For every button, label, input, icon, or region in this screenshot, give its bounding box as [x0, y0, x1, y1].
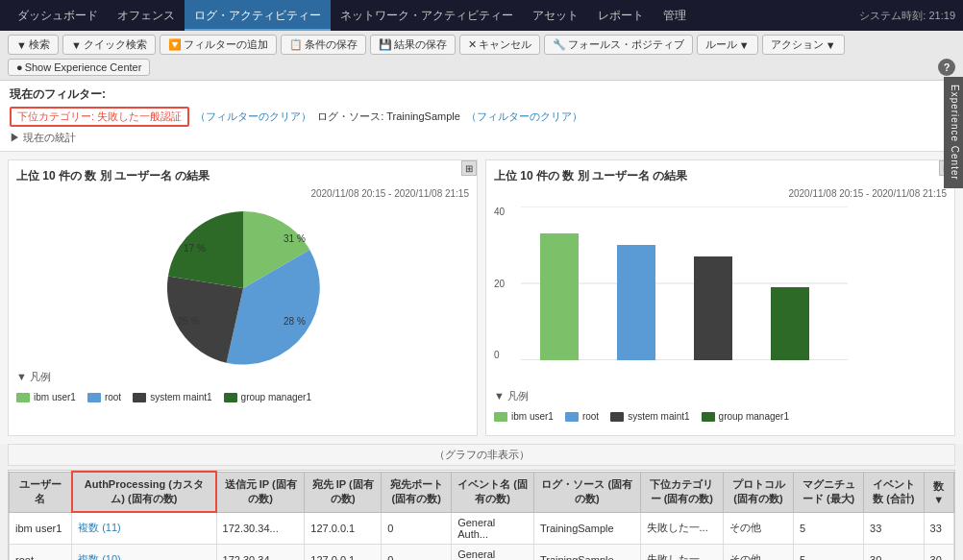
- svg-text:17 %: 17 %: [184, 243, 206, 254]
- nav-reports[interactable]: レポート: [588, 0, 654, 31]
- cell-srcip-2: 172.30.34...: [216, 544, 305, 560]
- pie-chart-panel: 上位 10 件の 数 別 ユーザー名 の結果 ⊞ 2020/11/08 20:1…: [8, 159, 478, 436]
- bar-legend-ibmuser1: ibm user1: [494, 411, 554, 422]
- experience-center-tab[interactable]: Experience Center: [944, 77, 963, 188]
- false-positive-button[interactable]: 🔧 フォールス・ポジティブ: [544, 35, 693, 55]
- bar-legend-groupmgr: group manager1: [702, 411, 789, 422]
- cell-auth-1[interactable]: 複数 (11): [72, 512, 216, 544]
- search-icon: ▼: [16, 39, 27, 51]
- filter-bar: 現在のフィルター: 下位カテゴリー: 失敗した一般認証 （フィルターのクリア） …: [0, 81, 963, 152]
- pie-chart-icon[interactable]: ⊞: [461, 160, 477, 176]
- bar-legend: ibm user1 root system maint1 group manag…: [494, 405, 947, 427]
- cell-category-2: 失敗した一...: [640, 544, 723, 560]
- filter-tag-category[interactable]: 下位カテゴリー: 失敗した一般認証: [10, 107, 189, 127]
- charts-row: 上位 10 件の 数 別 ユーザー名 の結果 ⊞ 2020/11/08 20:1…: [0, 152, 963, 444]
- cell-eventcount-2: 30: [864, 544, 925, 560]
- quick-search-button[interactable]: ▼ クイック検索: [62, 35, 156, 55]
- svg-rect-9: [694, 256, 732, 360]
- col-count[interactable]: 数 ▼: [924, 472, 953, 512]
- legend-item-sysmaint: system maint1: [133, 392, 211, 402]
- legend-item-ibmuser1: ibm user1: [16, 392, 76, 402]
- bar-legend-toggle[interactable]: ▼ 凡例: [494, 389, 947, 403]
- experience-center-button[interactable]: ● Show Experience Center: [8, 59, 150, 76]
- cell-protocol-1: その他: [724, 512, 794, 544]
- action-dropdown-icon: ▼: [826, 39, 836, 51]
- svg-text:25 %: 25 %: [178, 316, 200, 327]
- auth-link-1[interactable]: 複数 (11): [78, 522, 121, 533]
- col-dst-port: 宛先ポート (固有の数): [382, 472, 452, 512]
- col-magnitude: マグニチュード (最大): [794, 472, 864, 512]
- col-event-name: イベント名 (固有の数): [452, 472, 534, 512]
- clear-filter-2[interactable]: （フィルターのクリア）: [466, 110, 582, 124]
- rule-dropdown-icon: ▼: [739, 39, 750, 51]
- bar-chart-panel: 上位 10 件の 数 別 ユーザー名 の結果 ⊞ 2020/11/08 20:1…: [485, 159, 955, 436]
- hide-graph-link[interactable]: （グラフの非表示）: [8, 444, 955, 466]
- rule-button[interactable]: ルール ▼: [697, 35, 758, 55]
- cell-count-1: 33: [924, 512, 953, 544]
- toolbar: ▼ 検索 ▼ クイック検索 🔽 フィルターの追加 📋 条件の保存 💾 結果の保存…: [0, 31, 963, 81]
- cell-auth-2[interactable]: 複数 (10): [72, 544, 216, 560]
- add-filter-button[interactable]: 🔽 フィルターの追加: [160, 35, 277, 55]
- help-button[interactable]: ?: [938, 59, 955, 76]
- svg-rect-8: [617, 245, 655, 360]
- data-table: ユーザー名 AuthProcessing (カスタム) (固有の数) 送信元 I…: [8, 470, 955, 560]
- cell-count-2: 30: [924, 544, 953, 560]
- y-axis-20: 20: [494, 279, 505, 289]
- pie-chart-date: 2020/11/08 20:15 - 2020/11/08 21:15: [16, 188, 469, 199]
- bar-chart-date: 2020/11/08 20:15 - 2020/11/08 21:15: [494, 188, 947, 199]
- auth-link-2[interactable]: 複数 (10): [78, 553, 121, 560]
- save-condition-button[interactable]: 📋 条件の保存: [281, 35, 366, 55]
- cell-magnitude-2: 5: [794, 544, 864, 560]
- cell-username-1: ibm user1: [10, 512, 72, 544]
- cell-dstport-1: 0: [382, 512, 452, 544]
- nav-dashboard[interactable]: ダッシュボード: [8, 0, 108, 31]
- cancel-icon: ✕: [468, 38, 477, 51]
- cell-username-2: root: [10, 544, 72, 560]
- top-navigation: ダッシュボード オフェンス ログ・アクティビティー ネットワーク・アクティビティ…: [0, 0, 963, 31]
- nav-network-activity[interactable]: ネットワーク・アクティビティー: [331, 0, 523, 31]
- table-row: root 複数 (10) 172.30.34... 127.0.0.1 0 Ge…: [10, 544, 954, 560]
- cell-eventname-2: General Auth...: [452, 544, 534, 560]
- save-result-icon: 💾: [379, 38, 392, 51]
- system-time: システム時刻: 21:19: [859, 9, 955, 23]
- cell-eventname-1: General Auth...: [452, 512, 534, 544]
- bar-chart-title: 上位 10 件の 数 別 ユーザー名 の結果: [494, 168, 687, 184]
- cancel-button[interactable]: ✕ キャンセル: [459, 35, 540, 55]
- save-result-button[interactable]: 💾 結果の保存: [370, 35, 456, 55]
- search-button[interactable]: ▼ 検索: [8, 35, 59, 55]
- filter-row: 下位カテゴリー: 失敗した一般認証 （フィルターのクリア） ログ・ソース: Tr…: [10, 107, 953, 127]
- experience-center-icon: ●: [16, 61, 23, 73]
- legend-item-groupmgr: group manager1: [224, 392, 311, 402]
- col-username: ユーザー名: [10, 472, 72, 512]
- col-auth: AuthProcessing (カスタム) (固有の数): [72, 472, 216, 512]
- cell-logsource-1: TrainingSample: [533, 512, 640, 544]
- bar-legend-root: root: [565, 411, 599, 422]
- action-button[interactable]: アクション ▼: [762, 35, 845, 55]
- stats-toggle[interactable]: ▶ 現在の統計: [10, 131, 953, 145]
- quick-search-icon: ▼: [71, 39, 82, 51]
- svg-rect-10: [771, 287, 809, 360]
- pie-chart-title: 上位 10 件の 数 別 ユーザー名 の結果: [16, 168, 210, 184]
- pie-chart-area: 31 % 28 % 25 % 17 %: [16, 207, 469, 370]
- nav-admin[interactable]: 管理: [654, 0, 696, 31]
- cell-protocol-2: その他: [724, 544, 794, 560]
- col-protocol: プロトコル (固有の数): [724, 472, 794, 512]
- cell-logsource-2: TrainingSample: [533, 544, 640, 560]
- pie-legend: ibm user1 root system maint1 group manag…: [16, 386, 469, 408]
- nav-assets[interactable]: アセット: [523, 0, 588, 31]
- cell-eventcount-1: 33: [864, 512, 925, 544]
- table-row: ibm user1 複数 (11) 172.30.34... 127.0.0.1…: [10, 512, 954, 544]
- svg-text:31 %: 31 %: [284, 233, 306, 244]
- save-condition-icon: 📋: [289, 38, 303, 51]
- nav-log-activity[interactable]: ログ・アクティビティー: [185, 0, 331, 31]
- cell-srcip-1: 172.30.34...: [216, 512, 305, 544]
- col-event-count: イベント数 (合計): [864, 472, 925, 512]
- col-dst-ip: 宛先 IP (固有の数): [305, 472, 382, 512]
- bar-legend-sysmaint: system maint1: [610, 411, 689, 422]
- col-category: 下位カテゴリー (固有の数): [640, 472, 723, 512]
- clear-filter-1[interactable]: （フィルターのクリア）: [195, 110, 311, 124]
- false-positive-icon: 🔧: [553, 38, 566, 51]
- cell-dstip-2: 127.0.0.1: [305, 544, 382, 560]
- nav-offense[interactable]: オフェンス: [108, 0, 185, 31]
- col-src-ip: 送信元 IP (固有の数): [216, 472, 305, 512]
